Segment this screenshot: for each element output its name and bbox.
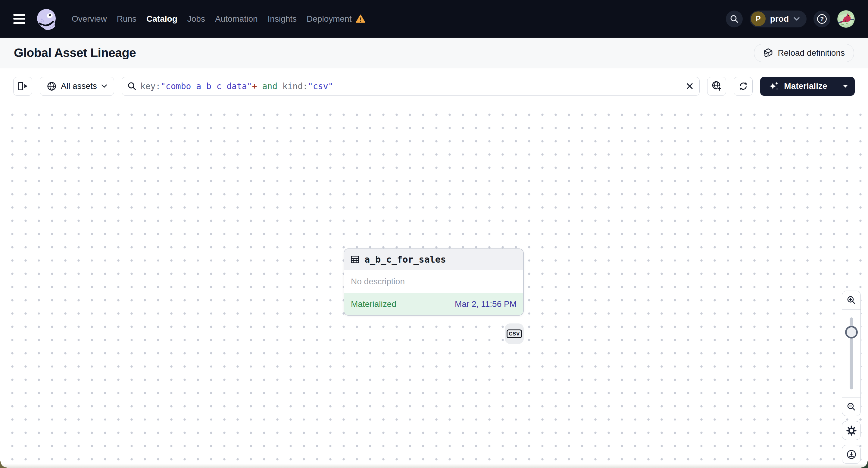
materialization-timestamp[interactable]: Mar 2, 11:56 PM — [455, 299, 517, 309]
materialize-label: Materialize — [784, 81, 827, 91]
zoom-in-button[interactable] — [842, 291, 861, 310]
asset-status-row: Materialized Mar 2, 11:56 PM — [344, 293, 523, 315]
nav-item-label: Runs — [117, 14, 136, 24]
globe-add-selection-button[interactable] — [707, 77, 726, 96]
bottom-edge-shade — [0, 464, 868, 468]
nav-item-label: Insights — [268, 14, 297, 24]
nav-item-label: Deployment — [307, 14, 351, 24]
app-window: OverviewRunsCatalogJobsAutomationInsight… — [0, 0, 868, 468]
asset-node-header: a_b_c_for_sales — [344, 249, 523, 270]
table-icon — [350, 255, 360, 264]
query-token: + — [252, 81, 257, 91]
search-icon — [127, 82, 136, 91]
nav-item-automation[interactable]: Automation — [215, 14, 258, 24]
nav-item-catalog[interactable]: Catalog — [146, 14, 177, 24]
lineage-toolbar: All assets key:"combo_a_b_c_data"+ and k… — [0, 68, 868, 104]
clear-search-button[interactable] — [682, 79, 697, 93]
query-token: : — [155, 81, 160, 91]
nav-item-label: Automation — [215, 14, 258, 24]
page-header: Global Asset Lineage Reload definitions — [0, 38, 868, 68]
gear-icon — [846, 425, 857, 436]
globe-icon — [47, 81, 57, 91]
nav-items: OverviewRunsCatalogJobsAutomationInsight… — [72, 14, 365, 24]
materialize-options-button[interactable] — [836, 77, 855, 96]
graph-settings-button[interactable] — [842, 421, 861, 440]
download-icon — [846, 449, 857, 460]
chevron-down-icon — [101, 84, 107, 88]
zoom-in-icon — [847, 295, 856, 305]
reload-definitions-button[interactable]: Reload definitions — [754, 44, 854, 62]
nav-item-deployment[interactable]: Deployment — [307, 14, 365, 24]
nav-item-overview[interactable]: Overview — [72, 14, 107, 24]
materialize-button[interactable]: Materialize — [760, 77, 835, 96]
dagster-logo-icon[interactable] — [35, 7, 58, 31]
search-button[interactable] — [726, 10, 743, 27]
panel-expand-icon — [17, 81, 29, 91]
top-nav: OverviewRunsCatalogJobsAutomationInsight… — [0, 0, 868, 38]
asset-scope-label: All assets — [61, 81, 97, 91]
nav-item-insights[interactable]: Insights — [268, 14, 297, 24]
globe-plus-icon — [711, 81, 722, 92]
asset-name: a_b_c_for_sales — [365, 254, 446, 265]
asset-search-query: key:"combo_a_b_c_data"+ and kind:"csv" — [141, 81, 679, 91]
window-corner-right — [861, 461, 868, 468]
page-title: Global Asset Lineage — [14, 46, 136, 60]
zoom-controls — [842, 291, 861, 416]
kind-tag-csv[interactable]: CSV — [505, 323, 524, 344]
chevron-down-icon — [793, 17, 800, 21]
query-token: kind — [282, 81, 303, 91]
query-token: "csv" — [308, 81, 333, 91]
nav-item-jobs[interactable]: Jobs — [187, 14, 205, 24]
close-icon — [686, 82, 693, 90]
asset-search-input[interactable]: key:"combo_a_b_c_data"+ and kind:"csv" — [122, 77, 700, 96]
reload-definitions-label: Reload definitions — [778, 48, 845, 58]
nav-item-label: Catalog — [146, 14, 177, 24]
reload-definitions-icon — [763, 48, 773, 58]
materialize-split-button: Materialize — [760, 77, 855, 96]
zoom-slider[interactable] — [842, 310, 861, 397]
user-avatar[interactable] — [837, 10, 855, 28]
caret-down-icon — [842, 84, 848, 88]
window-corner-left — [0, 461, 7, 468]
warning-icon — [356, 14, 365, 23]
deployment-switcher[interactable]: P prod — [750, 10, 807, 27]
help-button[interactable]: ? — [813, 10, 830, 27]
query-token: and — [257, 81, 282, 91]
csv-icon: CSV — [506, 330, 522, 338]
download-image-button[interactable] — [842, 445, 861, 464]
search-icon — [730, 14, 739, 24]
zoom-slider-thumb[interactable] — [845, 326, 858, 339]
deployment-initial: P — [751, 11, 766, 26]
query-token: "combo_a_b_c_data" — [160, 81, 252, 91]
nav-item-runs[interactable]: Runs — [117, 14, 136, 24]
open-side-panel-button[interactable] — [13, 77, 32, 96]
help-icon: ? — [816, 13, 828, 25]
nav-item-label: Overview — [72, 14, 107, 24]
nav-right-cluster: P prod ? — [726, 10, 855, 28]
refresh-button[interactable] — [734, 77, 753, 96]
query-token: key — [141, 81, 156, 91]
nav-item-label: Jobs — [187, 14, 205, 24]
asset-description: No description — [344, 270, 523, 293]
refresh-icon — [738, 81, 748, 91]
status-badge: Materialized — [351, 299, 396, 309]
sparkle-icon — [769, 81, 779, 92]
query-token: : — [303, 81, 308, 91]
zoom-out-icon — [847, 402, 856, 411]
asset-node[interactable]: a_b_c_for_sales No description Materiali… — [344, 248, 524, 316]
svg-text:?: ? — [820, 15, 824, 22]
deployment-name: prod — [770, 14, 789, 24]
asset-scope-dropdown[interactable]: All assets — [40, 77, 114, 96]
lineage-canvas[interactable]: a_b_c_for_sales No description Materiali… — [0, 104, 868, 468]
zoom-out-button[interactable] — [842, 397, 861, 416]
menu-icon[interactable] — [13, 14, 25, 24]
